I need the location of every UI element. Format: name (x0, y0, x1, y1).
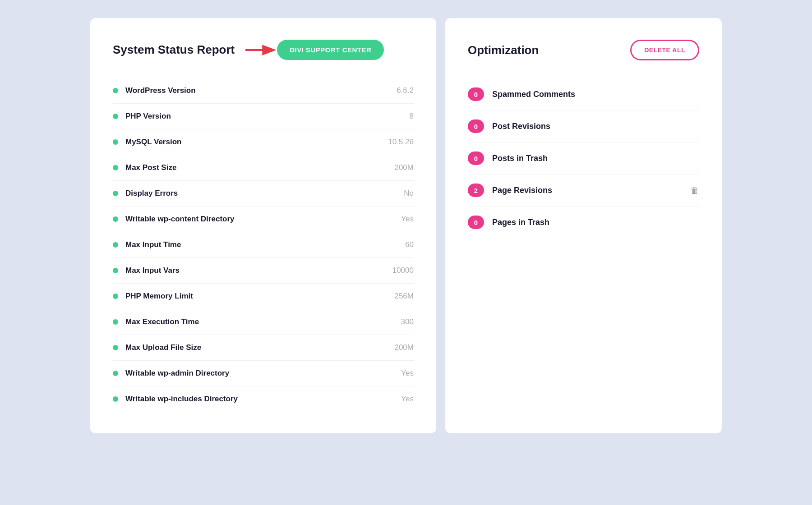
status-value: 60 (405, 240, 414, 249)
status-value: 300 (401, 317, 414, 326)
status-dot (113, 319, 118, 325)
optimization-label: Post Revisions (492, 122, 699, 131)
optimization-label: Page Revisions (492, 186, 682, 195)
count-badge: 2 (468, 184, 484, 197)
status-item: WordPress Version6.6.2 (113, 78, 414, 104)
count-badge: 0 (468, 119, 484, 133)
status-item: Max Input Vars10000 (113, 258, 414, 284)
status-item: Max Execution Time300 (113, 309, 414, 335)
status-label: Writable wp-admin Directory (125, 369, 229, 378)
optimization-item: 0Posts in Trash (468, 142, 699, 174)
support-center-wrapper: DIVI SUPPORT CENTER (245, 40, 384, 60)
status-label: Max Execution Time (125, 317, 199, 326)
count-badge: 0 (468, 216, 484, 229)
status-dot (113, 88, 118, 93)
status-label: Writable wp-content Directory (125, 215, 235, 224)
optimization-label: Posts in Trash (492, 154, 699, 163)
status-item: Writable wp-content DirectoryYes (113, 207, 414, 232)
status-item: Writable wp-admin DirectoryYes (113, 361, 414, 386)
status-value: 10.5.26 (388, 138, 414, 147)
status-label: WordPress Version (125, 86, 196, 95)
status-item: PHP Version8 (113, 104, 414, 129)
status-label: Max Input Vars (125, 266, 180, 275)
status-item: PHP Memory Limit256M (113, 284, 414, 309)
trash-icon[interactable]: 🗑 (690, 185, 699, 196)
status-dot (113, 268, 118, 273)
system-status-title: System Status Report (113, 43, 235, 57)
optimization-label: Pages in Trash (492, 218, 699, 227)
status-item: Writable wp-includes DirectoryYes (113, 386, 414, 412)
page-wrapper: System Status Report DIVI SUPPORT CENTER… (90, 18, 722, 433)
status-dot (113, 345, 118, 350)
system-status-card: System Status Report DIVI SUPPORT CENTER… (90, 18, 436, 433)
optimization-item: 0Pages in Trash (468, 207, 699, 238)
status-value: 8 (409, 112, 413, 121)
divi-support-center-button[interactable]: DIVI SUPPORT CENTER (277, 40, 384, 60)
status-value: No (404, 189, 414, 198)
optimization-item: 0Post Revisions (468, 110, 699, 142)
optimization-list: 0Spammed Comments0Post Revisions0Posts i… (468, 78, 699, 238)
status-dot (113, 371, 118, 376)
status-label: Max Post Size (125, 163, 176, 172)
optimization-item: 0Spammed Comments (468, 78, 699, 110)
count-badge: 0 (468, 87, 484, 101)
count-badge: 0 (468, 152, 484, 165)
status-dot (113, 165, 118, 170)
status-item: Max Upload File Size200M (113, 335, 414, 361)
optimization-label: Spammed Comments (492, 90, 699, 99)
arrow-icon (245, 42, 277, 58)
status-dot (113, 396, 118, 402)
status-value: 6.6.2 (397, 86, 414, 95)
status-value: 200M (394, 163, 414, 172)
status-dot (113, 191, 118, 196)
status-dot (113, 114, 118, 119)
status-item: MySQL Version10.5.26 (113, 129, 414, 155)
status-dot (113, 139, 118, 145)
status-label: Max Input Time (125, 240, 181, 249)
status-value: Yes (401, 215, 414, 224)
status-value: 200M (394, 343, 414, 352)
status-dot (113, 216, 118, 222)
status-label: Writable wp-includes Directory (125, 395, 238, 404)
status-list: WordPress Version6.6.2PHP Version8MySQL … (113, 78, 414, 412)
optimization-card: Optimization DELETE ALL 0Spammed Comment… (445, 18, 722, 433)
left-header: System Status Report DIVI SUPPORT CENTER (113, 40, 414, 60)
status-item: Max Post Size200M (113, 155, 414, 181)
optimization-title: Optimization (468, 43, 539, 57)
status-dot (113, 242, 118, 248)
delete-all-button[interactable]: DELETE ALL (630, 40, 699, 60)
status-label: Max Upload File Size (125, 343, 201, 352)
status-value: Yes (401, 369, 414, 378)
right-header: Optimization DELETE ALL (468, 40, 699, 60)
status-label: MySQL Version (125, 138, 181, 147)
status-value: Yes (401, 395, 414, 404)
optimization-item: 2Page Revisions🗑 (468, 174, 699, 207)
status-label: PHP Memory Limit (125, 292, 193, 301)
status-value: 10000 (392, 266, 414, 275)
status-label: PHP Version (125, 112, 171, 121)
status-value: 256M (394, 292, 414, 301)
status-dot (113, 294, 118, 299)
status-label: Display Errors (125, 189, 178, 198)
status-item: Display ErrorsNo (113, 181, 414, 207)
status-item: Max Input Time60 (113, 232, 414, 258)
